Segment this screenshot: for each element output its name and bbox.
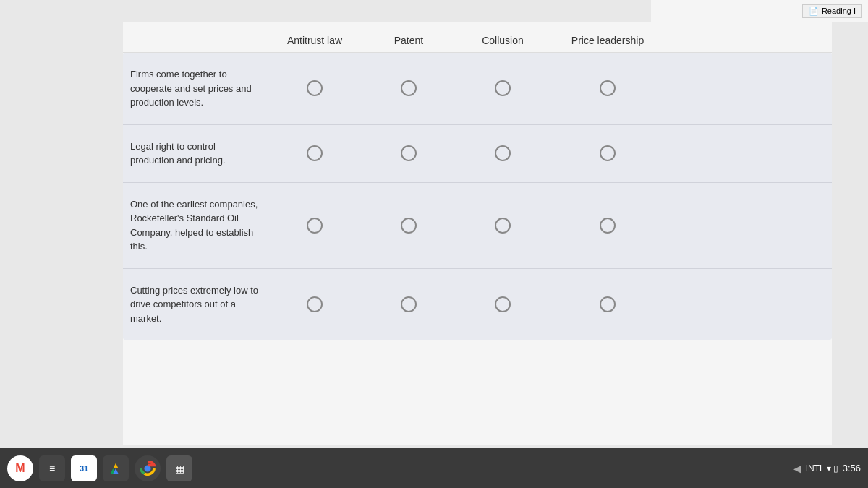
taskbar: M ≡ 31	[0, 448, 868, 488]
row2-antitrust-cell	[268, 145, 362, 161]
wifi-icon: ▾	[827, 463, 831, 474]
row4-antitrust-radio[interactable]	[307, 296, 323, 312]
gmail-icon[interactable]: M	[7, 455, 33, 481]
drive-icon[interactable]	[103, 455, 129, 481]
row3-antitrust-cell	[268, 218, 362, 234]
row3-price-leadership-cell	[550, 218, 665, 234]
row2-patent-cell	[362, 145, 456, 161]
table-row: One of the earliest companies, Rockefell…	[123, 183, 832, 269]
row1-label: Firms come together to cooperate and set…	[123, 67, 268, 110]
table-body: Firms come together to cooperate and set…	[123, 53, 832, 340]
col-header-antitrust: Antitrust law	[268, 35, 362, 46]
reading-icon: 📄	[809, 7, 819, 16]
gmail-letter: M	[15, 462, 25, 475]
row2-price-leadership-cell	[550, 145, 665, 161]
app-symbol: ▦	[175, 463, 184, 474]
col-header-blank	[123, 35, 268, 46]
row4-label: Cutting prices extremely low to drive co…	[123, 283, 268, 326]
row1-antitrust-cell	[268, 80, 362, 96]
row2-patent-radio[interactable]	[401, 145, 417, 161]
intl-label: INTL	[806, 463, 825, 474]
row1-patent-radio[interactable]	[401, 80, 417, 96]
row3-label: One of the earliest companies, Rockefell…	[123, 197, 268, 254]
row3-price-leadership-radio[interactable]	[600, 218, 616, 234]
col-header-collusion: Collusion	[456, 35, 550, 46]
reading-label: Reading I	[822, 7, 856, 15]
battery-icon: ▯	[833, 463, 838, 474]
row3-collusion-radio[interactable]	[495, 218, 511, 234]
back-arrow-icon[interactable]: ◀	[793, 463, 801, 474]
row1-price-leadership-cell	[550, 80, 665, 96]
row1-collusion-radio[interactable]	[495, 80, 511, 96]
row1-collusion-cell	[456, 80, 550, 96]
table-row: Firms come together to cooperate and set…	[123, 53, 832, 125]
top-bar: 📄 Reading I	[651, 0, 868, 22]
row1-antitrust-radio[interactable]	[307, 80, 323, 96]
app-icon[interactable]: ▦	[166, 455, 192, 481]
row2-collusion-radio[interactable]	[495, 145, 511, 161]
row4-patent-cell	[362, 296, 456, 312]
row3-collusion-cell	[456, 218, 550, 234]
row4-collusion-radio[interactable]	[495, 296, 511, 312]
table-row: Legal right to control production and pr…	[123, 125, 832, 183]
screen: 📄 Reading I Antitrust law Patent Collusi…	[0, 0, 868, 488]
system-tray: ◀ INTL ▾ ▯ 3:56	[793, 463, 861, 474]
row2-price-leadership-radio[interactable]	[600, 145, 616, 161]
row3-antitrust-radio[interactable]	[307, 218, 323, 234]
row3-patent-cell	[362, 218, 456, 234]
drive-symbol	[108, 461, 124, 476]
col-header-price-leadership: Price leadership	[550, 35, 665, 46]
calendar-icon[interactable]: 31	[71, 455, 97, 481]
main-content: Antitrust law Patent Collusion Price lea…	[123, 22, 832, 445]
files-symbol: ≡	[49, 463, 55, 474]
row4-collusion-cell	[456, 296, 550, 312]
row4-price-leadership-cell	[550, 296, 665, 312]
chrome-icon[interactable]	[135, 455, 161, 481]
col-header-patent: Patent	[362, 35, 456, 46]
taskbar-left: M ≡ 31	[7, 455, 192, 481]
row2-collusion-cell	[456, 145, 550, 161]
row2-antitrust-radio[interactable]	[307, 145, 323, 161]
reading-button[interactable]: 📄 Reading I	[802, 4, 862, 18]
files-icon[interactable]: ≡	[39, 455, 65, 481]
calendar-symbol: 31	[80, 464, 88, 473]
row1-price-leadership-radio[interactable]	[600, 80, 616, 96]
taskbar-right: ◀ INTL ▾ ▯ 3:56	[793, 463, 861, 474]
intl-indicator: INTL ▾ ▯	[806, 463, 838, 474]
table-header: Antitrust law Patent Collusion Price lea…	[123, 29, 832, 53]
quiz-table: Antitrust law Patent Collusion Price lea…	[123, 29, 832, 445]
row4-price-leadership-radio[interactable]	[600, 296, 616, 312]
row3-patent-radio[interactable]	[401, 218, 417, 234]
chrome-symbol	[140, 461, 156, 476]
row4-antitrust-cell	[268, 296, 362, 312]
clock: 3:56	[843, 463, 861, 474]
row2-label: Legal right to control production and pr…	[123, 140, 268, 168]
table-row: Cutting prices extremely low to drive co…	[123, 269, 832, 341]
row4-patent-radio[interactable]	[401, 296, 417, 312]
row1-patent-cell	[362, 80, 456, 96]
